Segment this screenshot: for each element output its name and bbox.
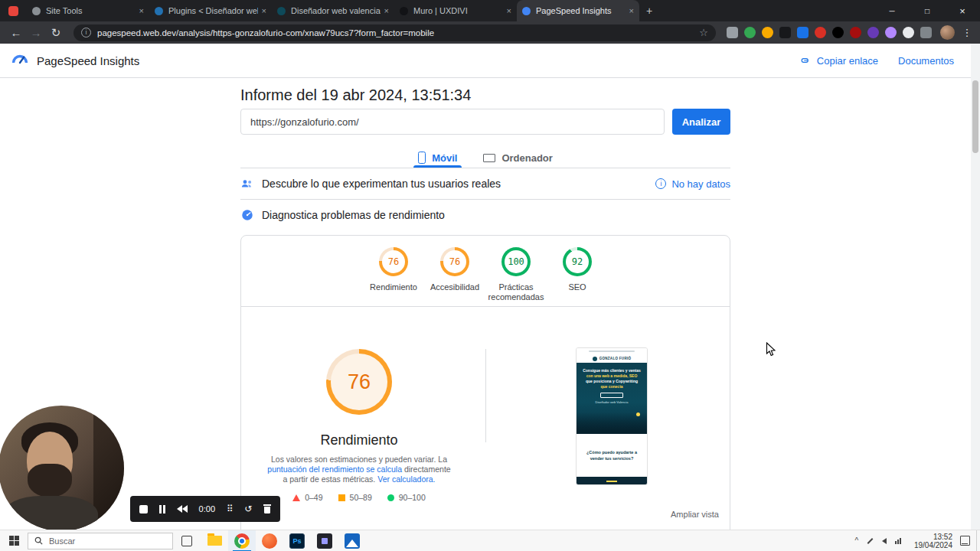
browser-tab[interactable]: Plugins < Diseñador web vale × — [149, 0, 272, 21]
link-icon — [801, 55, 812, 66]
tab-title: PageSpeed Insights — [536, 6, 626, 15]
tab-close-icon[interactable]: × — [139, 6, 144, 15]
site-screenshot-thumbnail[interactable]: GONZALO FURIÓ Consigue más clientes y ve… — [576, 347, 648, 485]
scoring-link[interactable]: puntuación del rendimiento se calcula — [267, 465, 402, 474]
analyze-button[interactable]: Analizar — [672, 109, 730, 135]
address-bar[interactable]: i pagespeed.web.dev/analysis/https-gonza… — [74, 24, 716, 41]
scrollbar-thumb[interactable] — [972, 80, 978, 153]
expand-view-link[interactable]: Ampliar vista — [671, 510, 719, 519]
pagespeed-logo-icon[interactable] — [11, 50, 29, 71]
report-heading: Informe del 19 abr 2024, 13:51:34 — [240, 86, 730, 104]
score-seo[interactable]: 92 SEO — [547, 247, 608, 302]
thumb-headline: Consigue más clientes y ventas — [577, 368, 647, 373]
profile-avatar[interactable] — [940, 25, 955, 40]
restart-icon[interactable]: ↺ — [244, 504, 252, 514]
tab-close-icon[interactable]: × — [629, 6, 634, 15]
score-performance[interactable]: 76 Rendimiento — [363, 247, 424, 302]
extension-icon[interactable] — [744, 27, 756, 38]
score-accessibility[interactable]: 76 Accesibilidad — [424, 247, 485, 302]
score-label: SEO — [568, 282, 586, 292]
psi-title: PageSpeed Insights — [37, 54, 139, 67]
tab-desktop[interactable]: Ordenador — [472, 148, 563, 168]
hidden-icons-caret[interactable]: ^ — [850, 536, 864, 545]
site-info-icon[interactable]: i — [81, 28, 91, 37]
close-button[interactable]: × — [945, 0, 980, 21]
reload-button[interactable]: ↻ — [46, 26, 66, 40]
pagespeed-favicon — [522, 7, 531, 15]
thumb-headline: con una web a medida, SEO — [577, 373, 647, 379]
thumb-question-text: ¿Cómo puedo ayudarte a vender tus servic… — [583, 449, 641, 461]
webcam-overlay — [0, 406, 124, 531]
extension-icon[interactable] — [832, 27, 844, 38]
taskbar-clock[interactable]: 13:52 19/04/2024 — [914, 533, 952, 549]
action-center-icon[interactable] — [960, 536, 970, 546]
stop-button[interactable] — [139, 505, 148, 514]
workspace-icon[interactable] — [8, 6, 18, 16]
thumb-headline: que posiciona y Copywriting — [577, 379, 647, 384]
extension-icon[interactable] — [867, 27, 879, 38]
calculator-link[interactable]: Ver calculadora. — [377, 474, 435, 484]
rewind-button[interactable] — [177, 505, 188, 513]
extension-icon[interactable] — [797, 27, 808, 38]
pause-button[interactable] — [159, 505, 166, 514]
photos-icon — [345, 533, 360, 549]
browser-tab[interactable]: Muro | UXDIVI × — [394, 0, 517, 21]
start-button[interactable] — [0, 530, 28, 551]
search-placeholder: Buscar — [49, 536, 75, 546]
extension-icon[interactable] — [850, 27, 861, 38]
browser-tab[interactable]: Diseñador web valencia × — [272, 0, 394, 21]
task-view-button[interactable] — [173, 530, 201, 551]
back-button[interactable]: ← — [6, 26, 26, 39]
file-explorer-button[interactable] — [201, 530, 228, 551]
extension-icon[interactable] — [815, 27, 826, 38]
tab-close-icon[interactable]: × — [262, 6, 266, 15]
extension-icon[interactable] — [779, 27, 791, 38]
url-input[interactable] — [240, 109, 665, 135]
score-best-practices[interactable]: 100 Prácticas recomendadas — [485, 247, 547, 302]
docs-link[interactable]: Documentos — [898, 55, 954, 67]
extension-icon[interactable] — [885, 27, 897, 38]
extension-icon[interactable] — [920, 27, 932, 38]
new-tab-button[interactable]: + — [639, 5, 659, 17]
field-data-label: Descubre lo que experimentan tus usuario… — [262, 178, 501, 190]
task-view-icon — [181, 536, 192, 546]
extension-icon[interactable] — [727, 27, 738, 38]
browser-menu-icon[interactable]: ⋮ — [960, 27, 974, 38]
speaker-icon[interactable] — [877, 530, 891, 551]
tab-title: Site Tools — [46, 6, 136, 15]
show-desktop-button[interactable] — [976, 530, 980, 551]
trash-icon[interactable] — [263, 504, 271, 514]
extension-icon[interactable] — [762, 27, 773, 38]
tab-mobile-label: Móvil — [432, 152, 457, 164]
chrome-button[interactable] — [228, 530, 256, 551]
copy-link-button[interactable]: Copiar enlace — [801, 55, 878, 67]
orange-browser-icon — [262, 533, 277, 549]
minimize-button[interactable]: ─ — [874, 0, 910, 21]
no-data-link[interactable]: i No hay datos — [655, 178, 730, 190]
browser-tab-active[interactable]: PageSpeed Insights × — [517, 0, 639, 21]
tab-mobile[interactable]: Móvil — [407, 148, 468, 168]
browser-app-button[interactable] — [256, 530, 283, 551]
browser-toolbar: ← → ↻ i pagespeed.web.dev/analysis/https… — [0, 21, 980, 44]
bookmark-star-icon[interactable]: ☆ — [699, 27, 708, 38]
score-label: Rendimiento — [370, 282, 417, 292]
dark-app-button[interactable] — [311, 530, 338, 551]
grid-icon[interactable]: ⠿ — [227, 504, 234, 514]
photoshop-button[interactable]: Ps — [283, 530, 311, 551]
vertical-divider — [485, 349, 486, 442]
device-tabs: Móvil Ordenador — [240, 148, 730, 168]
diagnose-label: Diagnostica problemas de rendimiento — [262, 209, 445, 221]
maximize-button[interactable]: □ — [910, 0, 945, 21]
network-icon[interactable] — [891, 530, 905, 551]
taskbar-search[interactable]: Buscar — [28, 533, 173, 549]
thumb-cta-button — [600, 393, 623, 398]
extension-icon[interactable] — [903, 27, 914, 38]
chrome-icon — [234, 533, 250, 549]
photos-app-button[interactable] — [338, 530, 366, 551]
pen-tray-icon[interactable] — [864, 530, 877, 551]
browser-tab[interactable]: Site Tools × — [27, 0, 149, 21]
thumb-flower-icon — [636, 412, 640, 416]
forward-button[interactable]: → — [26, 26, 46, 39]
tab-close-icon[interactable]: × — [384, 6, 389, 15]
tab-close-icon[interactable]: × — [507, 6, 511, 15]
